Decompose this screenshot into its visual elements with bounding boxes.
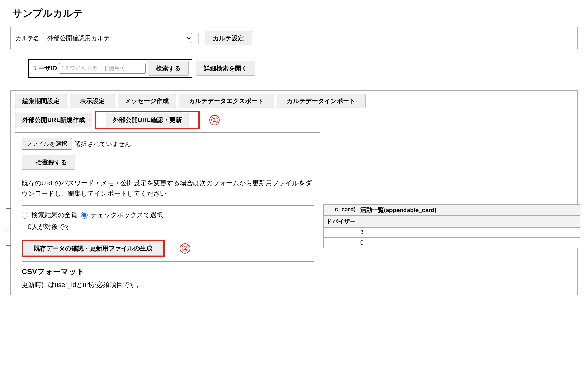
tab-karte-export[interactable]: カルテデータエクスポート bbox=[179, 94, 274, 108]
annotation-2: ② bbox=[180, 243, 190, 254]
tab-karte-import[interactable]: カルテデータインポート bbox=[277, 94, 366, 108]
page-title: サンプルカルテ bbox=[12, 7, 578, 20]
tab-row-2: 外部公開URL新規作成 外部公開URL確認・更新 ① bbox=[15, 111, 573, 129]
divider bbox=[22, 205, 314, 206]
bulk-register-button[interactable]: 一括登録する bbox=[22, 155, 75, 170]
csv-format-desc: 更新時にはuser_idとurlが必須項目です。 bbox=[22, 280, 314, 289]
generate-row: 既存データの確認・更新用ファイルの生成 ② bbox=[22, 240, 314, 257]
tab-external-url-confirm[interactable]: 外部公開URL確認・更新 bbox=[106, 113, 189, 127]
file-status: 選択されていません bbox=[75, 140, 131, 148]
popup-description: 既存のURLのパスワード・メモ・公開設定を変更する場合は次のフォームから更新用フ… bbox=[22, 178, 314, 199]
popup-panel: ファイルを選択 選択されていません 一括登録する 既存のURLのパスワード・メモ… bbox=[15, 132, 320, 295]
checkbox-fragment[interactable] bbox=[6, 230, 11, 235]
target-count: 0人が対象です bbox=[28, 222, 314, 231]
tab-edit-period[interactable]: 編集期間設定 bbox=[15, 94, 67, 108]
search-group: ユーザID 検索する bbox=[28, 59, 192, 78]
tab-message-create[interactable]: メッセージ作成 bbox=[118, 94, 176, 108]
tab-container: 編集期間設定 表示設定 メッセージ作成 カルテデータエクスポート カルテデータイ… bbox=[10, 90, 578, 295]
search-row: ユーザID 検索する 詳細検索を開く bbox=[28, 59, 578, 78]
highlight-2: 既存データの確認・更新用ファイルの生成 bbox=[22, 240, 165, 257]
top-bar: カルテ名 外部公開確認用カルテ カルテ設定 bbox=[10, 27, 578, 49]
advanced-search-button[interactable]: 詳細検索を開く bbox=[196, 61, 255, 76]
radio-checkbox-select-label: チェックボックスで選択 bbox=[91, 211, 163, 220]
karte-name-label: カルテ名 bbox=[16, 34, 39, 42]
radio-checkbox-select[interactable] bbox=[81, 212, 88, 219]
divider bbox=[198, 33, 199, 44]
search-button[interactable]: 検索する bbox=[148, 61, 189, 76]
csv-format-heading: CSVフォーマット bbox=[22, 266, 314, 277]
left-checkbox-fragments bbox=[6, 204, 11, 250]
tab-display-settings[interactable]: 表示設定 bbox=[70, 94, 115, 108]
highlight-1: 外部公開URL確認・更新 bbox=[95, 111, 200, 129]
annotation-1: ① bbox=[209, 115, 220, 125]
radio-row: 検索結果の全員 チェックボックスで選択 bbox=[22, 211, 314, 220]
user-id-label: ユーザID bbox=[32, 64, 57, 73]
file-select-button[interactable]: ファイルを選択 bbox=[22, 138, 72, 150]
checkbox-fragment[interactable] bbox=[6, 245, 11, 250]
divider bbox=[22, 261, 314, 262]
file-row: ファイルを選択 選択されていません bbox=[22, 138, 314, 150]
radio-all-results[interactable] bbox=[22, 212, 28, 219]
generate-file-button[interactable]: 既存データの確認・更新用ファイルの生成 bbox=[23, 241, 163, 256]
checkbox-fragment[interactable] bbox=[6, 204, 11, 209]
karte-select[interactable]: 外部公開確認用カルテ bbox=[43, 33, 192, 43]
tab-external-url-create[interactable]: 外部公開URL新規作成 bbox=[15, 113, 92, 127]
tab-row-1: 編集期間設定 表示設定 メッセージ作成 カルテデータエクスポート カルテデータイ… bbox=[15, 94, 573, 108]
user-id-input[interactable] bbox=[59, 63, 146, 74]
karte-settings-button[interactable]: カルテ設定 bbox=[205, 31, 252, 45]
radio-all-results-label: 検索結果の全員 bbox=[31, 211, 77, 220]
